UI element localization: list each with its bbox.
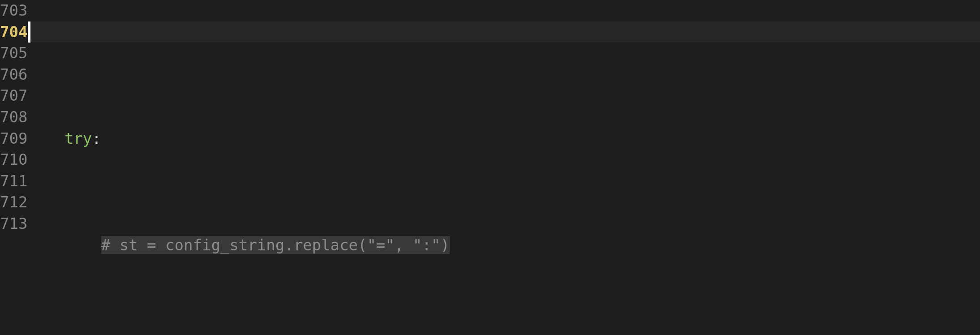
line-number: 706 [0, 64, 20, 86]
line-number: 710 [0, 149, 20, 171]
line-number: 707 [0, 85, 20, 107]
cursor [28, 21, 30, 43]
keyword-try: try [64, 129, 92, 147]
code-area[interactable]: try: # st = config_string.replace("=", "… [28, 0, 980, 335]
current-line-highlight [28, 21, 980, 43]
line-number: 705 [0, 43, 20, 64]
indent [28, 235, 101, 256]
code-line[interactable]: try: [28, 128, 980, 150]
line-number: 713 [0, 213, 20, 235]
colon: : [92, 129, 101, 147]
line-number: 703 [0, 0, 20, 21]
line-number: 711 [0, 171, 20, 192]
line-number: 712 [0, 192, 20, 213]
line-number: 708 [0, 107, 20, 128]
code-editor[interactable]: 703 704 705 706 707 708 709 710 711 712 … [0, 0, 980, 335]
code-line-current[interactable]: # st = config_string.replace("=", ":") [28, 235, 980, 256]
line-number-gutter: 703 704 705 706 707 708 709 710 711 712 … [0, 0, 28, 335]
line-number: 709 [0, 128, 20, 150]
comment-selected: # st = config_string.replace("=", ":") [101, 236, 450, 254]
indent [28, 128, 64, 150]
line-number-active: 704 [0, 21, 20, 43]
